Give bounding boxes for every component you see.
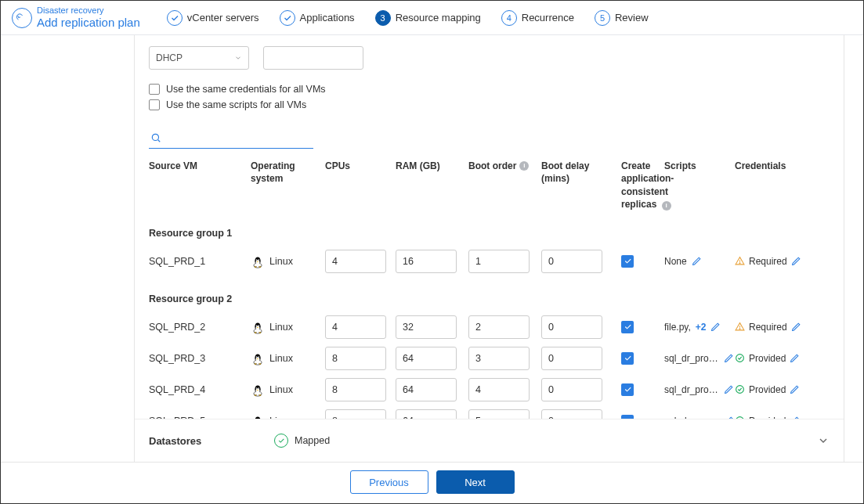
table-row: SQL_PRD_4Linuxsql_dr_prod.pyProvided <box>149 375 830 405</box>
wizard-step[interactable]: 5Review <box>595 10 649 26</box>
cell-ram <box>396 250 468 273</box>
checkbox-checked-icon[interactable] <box>621 383 634 396</box>
previous-button[interactable]: Previous <box>350 470 428 494</box>
edit-icon[interactable] <box>692 256 702 266</box>
boot-delay-input[interactable] <box>541 409 602 419</box>
dhcp-selected-label: DHCP <box>156 52 183 63</box>
step-label: Resource mapping <box>396 12 481 23</box>
edit-icon[interactable] <box>790 353 800 363</box>
cell-cpus <box>325 378 396 401</box>
next-button[interactable]: Next <box>436 470 515 494</box>
edit-icon[interactable] <box>791 322 801 332</box>
boot-delay-input[interactable] <box>541 378 602 401</box>
svg-point-19 <box>255 357 259 362</box>
table-row: SQL_PRD_5Linuxsql_dr_prod.pyProvided <box>149 406 830 419</box>
cpu-input[interactable] <box>325 378 386 401</box>
cell-credentials: Provided <box>735 384 797 395</box>
check-circle-icon <box>274 434 288 448</box>
boot-order-input[interactable] <box>468 378 530 401</box>
cell-boot-delay <box>541 378 621 401</box>
cell-replica <box>621 321 664 333</box>
edit-icon[interactable] <box>791 256 801 266</box>
cell-source-vm: SQL_PRD_4 <box>149 384 251 395</box>
cell-boot-delay <box>541 315 621 339</box>
boot-order-input[interactable] <box>468 250 530 273</box>
checkbox-icon <box>149 84 160 95</box>
info-icon[interactable]: i <box>519 161 529 171</box>
cell-scripts: sql_dr_prod.py <box>664 384 735 395</box>
wizard-step[interactable]: Applications <box>280 10 355 26</box>
cpu-input[interactable] <box>325 250 386 273</box>
resource-group-header: Resource group 2 <box>149 293 830 304</box>
cell-boot-delay <box>541 409 621 419</box>
boot-order-input[interactable] <box>468 347 530 370</box>
edit-icon[interactable] <box>724 384 734 394</box>
cell-scripts: file.py,+2 <box>664 322 735 333</box>
warning-icon <box>735 322 745 332</box>
edit-icon[interactable] <box>724 353 734 363</box>
edit-icon[interactable] <box>790 384 800 394</box>
same-scripts-checkbox-row[interactable]: Use the same scripts for all VMs <box>149 99 830 110</box>
wizard-step[interactable]: vCenter servers <box>167 10 259 26</box>
th-boot-delay: Boot delay (mins) <box>541 160 621 185</box>
ram-input[interactable] <box>396 347 457 370</box>
cell-ram <box>396 347 468 370</box>
dhcp-row: DHCP <box>149 46 830 70</box>
step-label: vCenter servers <box>187 12 259 23</box>
chevron-down-icon[interactable] <box>817 434 830 447</box>
check-circle-icon <box>735 384 745 394</box>
check-icon <box>280 10 295 26</box>
cpu-input[interactable] <box>325 409 386 419</box>
warning-icon <box>735 256 745 266</box>
linux-icon <box>251 383 265 397</box>
checkbox-checked-icon[interactable] <box>621 352 634 365</box>
cell-boot-delay <box>541 347 621 370</box>
cell-scripts: None <box>664 256 735 267</box>
checkbox-checked-icon[interactable] <box>621 255 634 268</box>
datastores-section[interactable]: Datastores Mapped <box>135 419 844 462</box>
boot-delay-input[interactable] <box>541 250 602 273</box>
wizard-step[interactable]: 4Recurrence <box>501 10 574 26</box>
wizard-step[interactable]: 3Resource mapping <box>375 10 481 26</box>
step-label: Recurrence <box>522 12 574 23</box>
boot-order-input[interactable] <box>468 409 530 419</box>
boot-delay-input[interactable] <box>541 347 602 370</box>
header-title-block: Disaster recovery Add replication plan <box>37 5 140 30</box>
boot-order-input[interactable] <box>468 315 530 339</box>
search-input[interactable] <box>149 129 313 149</box>
table-row: SQL_PRD_2Linuxfile.py,+2Required <box>149 312 830 342</box>
cpu-input[interactable] <box>325 347 386 370</box>
cell-credentials: Required <box>735 322 797 333</box>
cell-os: Linux <box>251 351 325 365</box>
cell-ram <box>396 409 468 419</box>
same-credentials-label: Use the same credentials for all VMs <box>166 84 326 95</box>
dhcp-aux-input[interactable] <box>263 46 363 70</box>
cell-source-vm: SQL_PRD_2 <box>149 322 251 333</box>
boot-delay-input[interactable] <box>541 315 602 339</box>
cell-ram <box>396 378 468 401</box>
linux-icon <box>251 351 265 365</box>
cell-source-vm: SQL_PRD_1 <box>149 256 251 267</box>
cpu-input[interactable] <box>325 315 386 339</box>
ram-input[interactable] <box>396 378 457 401</box>
svg-point-15 <box>258 326 259 326</box>
same-credentials-checkbox-row[interactable]: Use the same credentials for all VMs <box>149 84 830 95</box>
ram-input[interactable] <box>396 315 457 339</box>
edit-icon[interactable] <box>710 322 721 332</box>
vm-table: Source VM Operating system CPUs RAM (GB)… <box>149 160 830 419</box>
svg-point-16 <box>739 329 740 329</box>
svg-point-7 <box>258 260 259 261</box>
cell-replica <box>621 255 664 268</box>
svg-point-23 <box>258 357 259 358</box>
cell-boot-order <box>468 250 541 273</box>
table-header-row: Source VM Operating system CPUs RAM (GB)… <box>149 160 830 211</box>
ram-input[interactable] <box>396 409 457 419</box>
checkbox-checked-icon[interactable] <box>621 321 634 333</box>
cell-boot-order <box>468 409 541 419</box>
step-label: Applications <box>300 12 355 23</box>
wizard-steps: vCenter serversApplications3Resource map… <box>167 10 649 26</box>
info-icon[interactable]: i <box>662 201 671 211</box>
svg-point-11 <box>255 326 259 331</box>
dhcp-select[interactable]: DHCP <box>149 46 249 70</box>
ram-input[interactable] <box>396 250 457 273</box>
